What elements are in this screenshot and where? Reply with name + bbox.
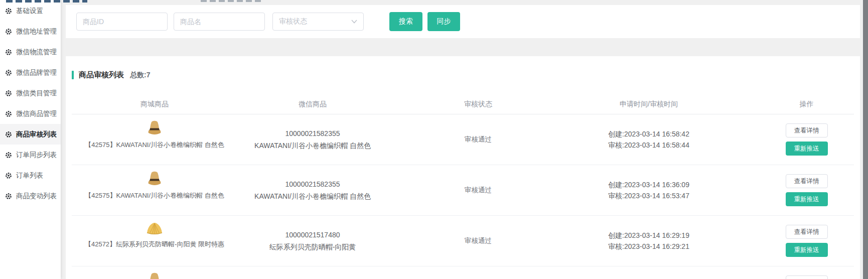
table-row: 【42572】纭际系列贝壳防晒帽-向阳黄 限时特惠 10000021517480… [72, 216, 854, 266]
sidebar-item-order-sync-list[interactable]: 订单同步列表 [0, 145, 61, 165]
sidebar-item-wechat-category[interactable]: 微信类目管理 [0, 83, 61, 103]
table-header-row: 商城商品 微信商品 审核状态 申请时间/审核时间 操作 [72, 95, 854, 114]
gear-icon [5, 49, 12, 56]
sidebar: 基础设置 微信地址管理 微信物流管理 微信品牌管理 微信类目管理 微信商品管理 … [0, 0, 61, 279]
list-header: 商品审核列表 总数:7 [72, 56, 854, 80]
clipped-header-text [201, 0, 262, 2]
table-row: 查看详情 重新推送 [72, 266, 854, 279]
column-header-wechat-product: 微信商品 [237, 100, 388, 109]
audit-status-text: 审核通过 [465, 186, 492, 195]
wechat-product-name: KAWATANI/川谷小卷檐编织帽 自然色 [254, 140, 371, 152]
audit-status-placeholder: 审核状态 [279, 17, 307, 26]
filter-bar: 审核状态 搜索 同步 [66, 5, 860, 38]
audited-time: 审核:2023-03-14 16:58:44 [608, 140, 689, 151]
gear-icon [5, 28, 12, 35]
clipped-page-title-text [6, 0, 87, 3]
audit-status-text: 审核通过 [465, 236, 492, 245]
main-content: 审核状态 搜索 同步 商品审核列表 总数:7 商城商品 微信商品 审核状态 申请… [66, 0, 860, 279]
audited-time: 审核:2023-03-14 16:53:47 [608, 190, 689, 201]
view-detail-button[interactable]: 查看详情 [786, 225, 828, 239]
sidebar-item-label: 订单列表 [16, 171, 43, 180]
gear-icon [5, 152, 12, 159]
audit-list-card: 商品审核列表 总数:7 商城商品 微信商品 审核状态 申请时间/审核时间 操作 [66, 56, 860, 279]
sidebar-item-wechat-logistics[interactable]: 微信物流管理 [0, 42, 61, 62]
column-header-mall-product: 商城商品 [72, 100, 237, 109]
sidebar-item-label: 商品变动列表 [16, 192, 57, 201]
repush-button[interactable]: 重新推送 [786, 142, 828, 156]
chevron-down-icon [351, 20, 357, 24]
gear-icon [5, 69, 12, 76]
bucket-hat-product-image [147, 171, 163, 186]
sidebar-item-product-audit-list[interactable]: 商品审核列表 [0, 124, 61, 145]
view-detail-button[interactable]: 查看详情 [786, 275, 828, 279]
mall-product-name: 【42575】KAWATANI/川谷小卷檐编织帽 自然色 [85, 141, 224, 150]
column-header-time: 申请时间/审核时间 [568, 100, 729, 109]
table-row: 【42575】KAWATANI/川谷小卷檐编织帽 自然色 10000021582… [72, 114, 854, 165]
repush-button[interactable]: 重新推送 [786, 192, 828, 206]
created-time: 创建:2023-03-14 16:58:42 [608, 128, 689, 140]
title-accent-bar [72, 71, 74, 79]
gear-icon [5, 172, 12, 179]
gear-icon [5, 8, 12, 15]
view-detail-button[interactable]: 查看详情 [786, 123, 828, 137]
view-detail-button[interactable]: 查看详情 [786, 174, 828, 188]
sidebar-item-label: 微信地址管理 [16, 27, 57, 36]
gear-icon [5, 90, 12, 97]
shell-hat-product-image [146, 222, 163, 235]
column-header-audit-status: 审核状态 [388, 100, 568, 109]
repush-button[interactable]: 重新推送 [786, 243, 828, 257]
search-button[interactable]: 搜索 [389, 12, 422, 31]
list-total-count: 总数:7 [130, 71, 150, 80]
gear-icon [5, 131, 12, 138]
wechat-product-name: KAWATANI/川谷小卷檐编织帽 自然色 [254, 190, 371, 202]
audited-time: 审核:2023-03-14 16:29:21 [608, 241, 689, 252]
sidebar-item-label: 基础设置 [16, 7, 43, 16]
sidebar-item-label: 微信物流管理 [16, 48, 57, 57]
column-header-actions: 操作 [729, 100, 854, 109]
gear-icon [5, 110, 12, 117]
product-id-input[interactable] [76, 13, 168, 31]
sync-button[interactable]: 同步 [427, 12, 460, 31]
sidebar-item-product-change-list[interactable]: 商品变动列表 [0, 186, 61, 206]
sidebar-item-order-list[interactable]: 订单列表 [0, 165, 61, 186]
product-name-input[interactable] [174, 13, 265, 31]
sidebar-item-label: 微信品牌管理 [16, 68, 57, 77]
wechat-product-id: 10000021517480 [285, 229, 340, 241]
audit-status-text: 审核通过 [465, 135, 492, 144]
sidebar-item-basic-settings[interactable]: 基础设置 [0, 1, 61, 21]
sidebar-item-wechat-address[interactable]: 微信地址管理 [0, 21, 61, 42]
wechat-product-name: 纭际系列贝壳防晒帽-向阳黄 [269, 241, 356, 253]
mall-product-name: 【42575】KAWATANI/川谷小卷檐编织帽 自然色 [85, 191, 224, 200]
sidebar-item-label: 微信商品管理 [16, 109, 57, 118]
list-title: 商品审核列表 [79, 70, 124, 80]
table-row: 【42575】KAWATANI/川谷小卷檐编织帽 自然色 10000021582… [72, 165, 854, 216]
wechat-product-id: 10000021582355 [285, 178, 340, 190]
sidebar-item-label: 商品审核列表 [16, 130, 57, 139]
created-time: 创建:2023-03-14 16:29:19 [608, 230, 689, 241]
bucket-hat-product-image [147, 272, 163, 279]
vertical-scrollbar[interactable] [863, 0, 868, 279]
sidebar-item-label: 微信类目管理 [16, 89, 57, 98]
mall-product-name: 【42572】纭际系列贝壳防晒帽-向阳黄 限时特惠 [85, 240, 224, 249]
sidebar-item-wechat-product[interactable]: 微信商品管理 [0, 103, 61, 124]
bucket-hat-product-image [147, 120, 163, 135]
sidebar-item-label: 订单同步列表 [16, 151, 57, 160]
app-screen: 基础设置 微信地址管理 微信物流管理 微信品牌管理 微信类目管理 微信商品管理 … [0, 0, 868, 279]
created-time: 创建:2023-03-14 16:36:09 [608, 179, 689, 190]
gear-icon [5, 193, 12, 200]
wechat-product-id: 10000021582355 [285, 127, 340, 140]
audit-status-select[interactable]: 审核状态 [272, 13, 364, 31]
sidebar-item-wechat-brand[interactable]: 微信品牌管理 [0, 62, 61, 83]
